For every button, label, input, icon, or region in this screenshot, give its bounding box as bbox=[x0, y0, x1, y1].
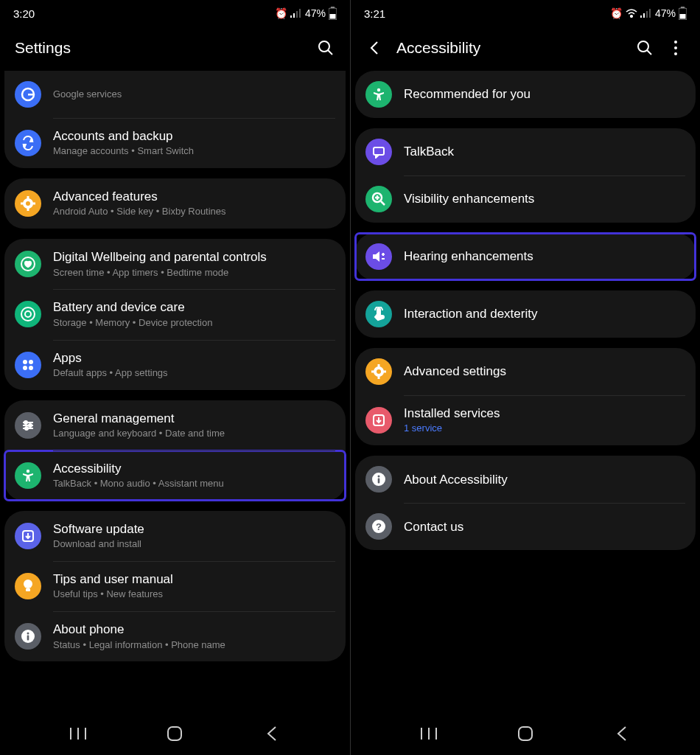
settings-group: Google servicesAccounts and backupManage… bbox=[4, 71, 346, 168]
settings-group: General managementLanguage and keyboard … bbox=[4, 400, 346, 501]
accessibility-icon bbox=[15, 462, 41, 489]
search-icon[interactable] bbox=[635, 38, 654, 58]
settings-list[interactable]: Google servicesAccounts and backupManage… bbox=[0, 71, 350, 712]
row-text: Contact us bbox=[404, 519, 463, 535]
tap-icon bbox=[365, 301, 392, 327]
row-subtitle: Screen time • App timers • Bedtime mode bbox=[53, 267, 267, 279]
settings-row-google-services[interactable]: Google services bbox=[4, 71, 346, 118]
svg-point-21 bbox=[29, 360, 33, 364]
battery-icon bbox=[679, 7, 687, 20]
settings-row-talkback[interactable]: TalkBack bbox=[355, 128, 696, 175]
settings-row-advanced-settings[interactable]: Advanced settings bbox=[355, 348, 696, 395]
status-icons: ⏰ 47% bbox=[610, 7, 687, 20]
info-icon bbox=[365, 466, 392, 493]
settings-row-software-update[interactable]: Software updateDownload and install bbox=[4, 511, 346, 561]
svg-point-54 bbox=[674, 52, 677, 55]
alarm-icon: ⏰ bbox=[610, 7, 623, 19]
settings-group: Software updateDownload and installTips … bbox=[4, 511, 346, 661]
row-subtitle: TalkBack • Mono audio • Assistant menu bbox=[53, 478, 224, 490]
sync-icon bbox=[15, 130, 41, 156]
row-subtitle: Status • Legal information • Phone name bbox=[53, 639, 225, 652]
more-icon[interactable] bbox=[666, 38, 685, 58]
signal-icon bbox=[290, 9, 302, 18]
svg-point-53 bbox=[674, 46, 677, 49]
row-text: Digital Wellbeing and parental controlsS… bbox=[53, 249, 267, 279]
search-icon[interactable] bbox=[316, 38, 335, 58]
row-subtitle: Default apps • App settings bbox=[53, 367, 168, 380]
status-icons: ⏰ 47% bbox=[275, 7, 337, 20]
accessibility-list[interactable]: Recommended for youTalkBackVisibility en… bbox=[351, 71, 700, 712]
svg-rect-46 bbox=[649, 9, 651, 18]
settings-row-installed-services[interactable]: Installed services1 service bbox=[355, 395, 696, 445]
row-text: Advanced featuresAndroid Auto • Side key… bbox=[53, 189, 226, 218]
row-title: Accessibility bbox=[53, 461, 224, 476]
svg-point-18 bbox=[21, 307, 35, 321]
settings-row-visibility-enhancements[interactable]: Visibility enhancements bbox=[355, 175, 696, 223]
speech-icon bbox=[365, 139, 392, 165]
svg-point-12 bbox=[26, 201, 30, 206]
row-title: General management bbox=[53, 411, 225, 426]
svg-rect-10 bbox=[28, 94, 34, 96]
settings-row-about-accessibility[interactable]: About Accessibility bbox=[355, 456, 696, 503]
row-subtitle: Manage accounts • Smart Switch bbox=[53, 145, 194, 158]
settings-group: Advanced settingsInstalled services1 ser… bbox=[355, 348, 696, 445]
row-text: Hearing enhancements bbox=[404, 248, 533, 264]
nav-bar bbox=[0, 712, 350, 755]
info-icon bbox=[15, 623, 41, 650]
settings-row-battery-and-device-care[interactable]: Battery and device careStorage • Memory … bbox=[4, 289, 346, 339]
gear-plus-icon bbox=[15, 190, 41, 217]
row-subtitle: Useful tips • New features bbox=[53, 588, 173, 601]
row-text: Accounts and backupManage accounts • Sma… bbox=[53, 128, 194, 158]
settings-row-tips-and-user-manual[interactable]: Tips and user manualUseful tips • New fe… bbox=[4, 561, 346, 611]
volume-icon bbox=[365, 243, 392, 270]
download-box-icon bbox=[15, 523, 41, 549]
nav-recents[interactable] bbox=[414, 719, 444, 748]
nav-back[interactable] bbox=[257, 719, 287, 748]
settings-row-accounts-and-backup[interactable]: Accounts and backupManage accounts • Sma… bbox=[4, 118, 346, 168]
question-icon: ? bbox=[365, 513, 392, 540]
battery-icon bbox=[329, 7, 337, 20]
row-title: About Accessibility bbox=[404, 472, 508, 487]
row-text: Interaction and dexterity bbox=[404, 306, 537, 321]
settings-row-accessibility[interactable]: AccessibilityTalkBack • Mono audio • Ass… bbox=[4, 450, 346, 501]
settings-row-apps[interactable]: AppsDefault apps • App settings bbox=[4, 340, 346, 390]
row-title: Advanced features bbox=[53, 189, 226, 204]
svg-point-50 bbox=[638, 41, 648, 52]
svg-point-27 bbox=[24, 421, 27, 424]
nav-home[interactable] bbox=[511, 719, 540, 748]
settings-row-general-management[interactable]: General managementLanguage and keyboard … bbox=[4, 400, 346, 450]
sliders-icon bbox=[15, 412, 41, 439]
row-text: Software updateDownload and install bbox=[53, 521, 144, 551]
svg-rect-81 bbox=[519, 727, 532, 740]
settings-row-hearing-enhancements[interactable]: Hearing enhancements bbox=[355, 233, 696, 280]
nav-bar bbox=[351, 712, 700, 755]
back-icon[interactable] bbox=[365, 38, 385, 58]
svg-point-7 bbox=[319, 41, 329, 52]
svg-line-8 bbox=[328, 50, 332, 55]
row-subtitle: Storage • Memory • Device protection bbox=[53, 317, 212, 330]
accessibility-icon bbox=[365, 81, 392, 108]
settings-row-advanced-features[interactable]: Advanced featuresAndroid Auto • Side key… bbox=[4, 178, 346, 229]
svg-point-22 bbox=[23, 366, 27, 370]
settings-group: Digital Wellbeing and parental controlsS… bbox=[4, 239, 346, 389]
status-bar: 3:21 ⏰ 47% bbox=[351, 0, 700, 27]
nav-recents[interactable] bbox=[63, 719, 93, 748]
row-subtitle: Android Auto • Side key • Bixby Routines bbox=[53, 206, 226, 218]
svg-point-42 bbox=[631, 15, 633, 18]
svg-line-51 bbox=[647, 50, 651, 55]
svg-rect-2 bbox=[296, 11, 298, 18]
battery-text: 47% bbox=[305, 7, 326, 19]
settings-row-recommended-for-you[interactable]: Recommended for you bbox=[355, 71, 696, 118]
row-text: General managementLanguage and keyboard … bbox=[53, 411, 225, 440]
settings-row-digital-wellbeing-and-parental-controls[interactable]: Digital Wellbeing and parental controlsS… bbox=[4, 239, 346, 289]
settings-row-interaction-and-dexterity[interactable]: Interaction and dexterity bbox=[355, 290, 696, 338]
settings-row-about-phone[interactable]: About phoneStatus • Legal information • … bbox=[4, 611, 346, 661]
row-title: Accounts and backup bbox=[53, 128, 194, 144]
row-title: Digital Wellbeing and parental controls bbox=[53, 249, 267, 265]
row-title: Recommended for you bbox=[404, 86, 531, 102]
settings-row-contact-us[interactable]: ?Contact us bbox=[355, 503, 696, 550]
nav-home[interactable] bbox=[160, 719, 189, 748]
row-text: Installed services1 service bbox=[404, 406, 500, 435]
nav-back[interactable] bbox=[607, 719, 637, 748]
svg-point-19 bbox=[25, 311, 31, 317]
